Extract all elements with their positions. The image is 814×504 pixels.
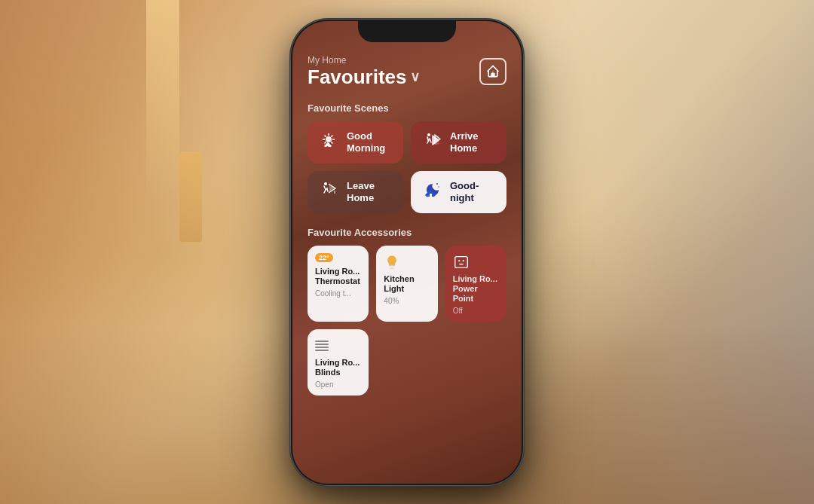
phone-device: My Home Favourites ∨ bbox=[290, 19, 524, 486]
svg-line-9 bbox=[331, 135, 332, 136]
svg-point-15 bbox=[324, 182, 327, 185]
svg-point-18 bbox=[438, 186, 439, 187]
phone-body: My Home Favourites ∨ bbox=[290, 19, 524, 486]
goodnight-label: Good-night bbox=[450, 180, 479, 203]
chevron-down-icon[interactable]: ∨ bbox=[410, 69, 420, 85]
bulb-icon bbox=[384, 253, 430, 271]
scene-leave-home[interactable]: LeaveHome bbox=[308, 171, 403, 213]
favourites-title[interactable]: Favourites ∨ bbox=[308, 66, 420, 89]
kitchen-light-status: 40% bbox=[384, 297, 430, 306]
svg-point-21 bbox=[458, 260, 460, 261]
svg-line-7 bbox=[325, 135, 326, 136]
svg-point-17 bbox=[436, 183, 438, 185]
phone-screen: My Home Favourites ∨ bbox=[292, 21, 522, 484]
svg-rect-23 bbox=[459, 263, 464, 264]
header-left: My Home Favourites ∨ bbox=[308, 55, 420, 89]
svg-rect-19 bbox=[430, 194, 432, 197]
arrive-home-icon bbox=[421, 130, 442, 154]
favourites-label: Favourites bbox=[308, 66, 407, 89]
temp-badge: 22° bbox=[315, 253, 333, 262]
arrive-home-label: ArriveHome bbox=[450, 130, 479, 154]
accessories-section-label: Favourite Accessories bbox=[308, 227, 506, 238]
svg-line-8 bbox=[331, 142, 332, 143]
thermostat-name: Living Ro...Thermostat bbox=[315, 267, 361, 286]
power-icon bbox=[453, 253, 499, 271]
my-home-label: My Home bbox=[308, 55, 420, 66]
svg-point-12 bbox=[427, 133, 430, 136]
accessory-blinds[interactable]: Living Ro...Blinds Open bbox=[308, 329, 369, 396]
app-header: My Home Favourites ∨ bbox=[308, 55, 506, 89]
accessory-thermostat[interactable]: 22° Living Ro...Thermostat Cooling t... bbox=[308, 246, 369, 322]
lamp-left bbox=[179, 151, 202, 242]
blinds-icon bbox=[315, 337, 361, 355]
svg-rect-0 bbox=[491, 74, 495, 77]
scenes-grid: GoodMorning bbox=[308, 121, 506, 213]
blinds-name: Living Ro...Blinds bbox=[315, 358, 361, 377]
svg-point-2 bbox=[326, 136, 332, 142]
svg-point-22 bbox=[462, 260, 464, 261]
leave-home-label: LeaveHome bbox=[347, 180, 375, 203]
svg-rect-14 bbox=[437, 142, 439, 145]
power-point-status: Off bbox=[453, 307, 499, 316]
svg-rect-20 bbox=[454, 256, 467, 267]
svg-rect-16 bbox=[334, 191, 335, 194]
accessory-kitchen-light[interactable]: KitchenLight 40% bbox=[376, 246, 437, 322]
home-button[interactable] bbox=[479, 58, 506, 85]
ceiling-light-left bbox=[146, 0, 179, 202]
scene-goodnight[interactable]: Good-night bbox=[411, 171, 506, 213]
svg-line-10 bbox=[325, 142, 326, 143]
svg-point-1 bbox=[492, 72, 494, 73]
power-point-name: Living Ro...Power Point bbox=[453, 274, 499, 304]
accessories-second-row: Living Ro...Blinds Open bbox=[308, 329, 506, 396]
good-morning-icon bbox=[318, 130, 339, 154]
scene-good-morning[interactable]: GoodMorning bbox=[308, 121, 403, 163]
phone-notch bbox=[358, 21, 456, 42]
goodnight-icon bbox=[421, 180, 442, 204]
good-morning-label: GoodMorning bbox=[347, 130, 385, 154]
screen-content: My Home Favourites ∨ bbox=[292, 21, 522, 484]
scene-arrive-home[interactable]: ArriveHome bbox=[411, 121, 506, 163]
scenes-section-label: Favourite Scenes bbox=[308, 102, 506, 114]
leave-home-icon bbox=[318, 180, 339, 204]
thermostat-status: Cooling t... bbox=[315, 289, 361, 298]
blinds-status: Open bbox=[315, 380, 361, 389]
accessory-power-point[interactable]: Living Ro...Power Point Off bbox=[445, 246, 506, 322]
kitchen-light-name: KitchenLight bbox=[384, 274, 430, 294]
accessories-grid: 22° Living Ro...Thermostat Cooling t... bbox=[308, 246, 506, 322]
